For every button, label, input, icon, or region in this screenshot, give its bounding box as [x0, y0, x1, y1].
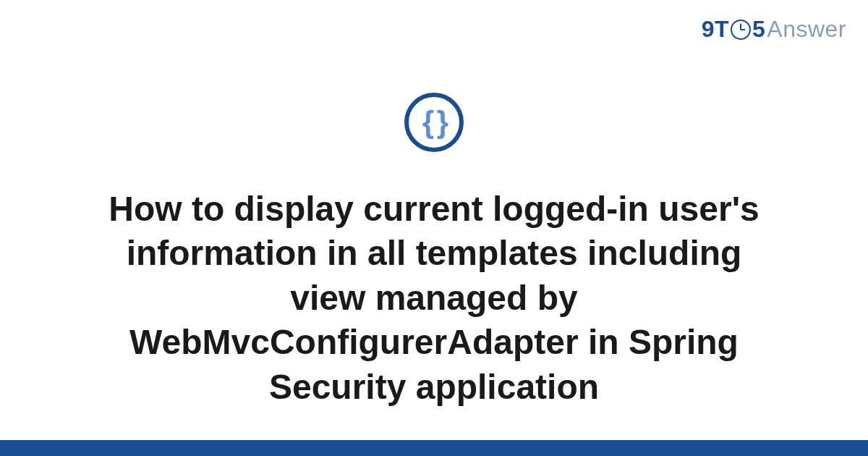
clock-icon [731, 20, 751, 40]
logo-text-answer: Answer [767, 16, 846, 43]
question-title: How to display current logged-in user's … [80, 187, 788, 409]
topic-icon-circle: { } [404, 93, 464, 152]
main-content: { } How to display current logged-in use… [0, 93, 868, 409]
site-logo: 9T 5 Answer [702, 16, 846, 43]
code-braces-icon: { } [422, 107, 446, 138]
logo-text-9t: 9T [702, 16, 729, 43]
logo-text-5: 5 [752, 16, 765, 43]
footer-accent-bar [0, 440, 868, 456]
